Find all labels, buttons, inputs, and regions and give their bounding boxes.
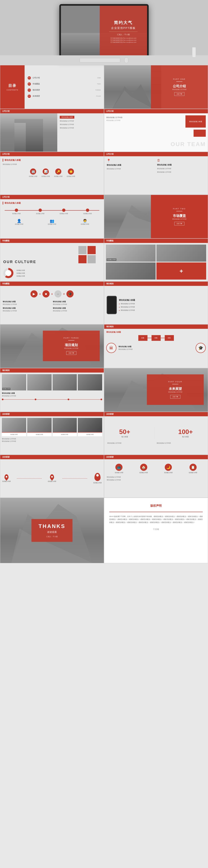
ops-icon-1: ▶ — [31, 290, 38, 298]
toc-label-1: 公司介绍 — [33, 76, 96, 79]
tl-label-3: 在此输入内容 — [60, 213, 68, 215]
slide-project-phone: 项目规划 请在此处输入标题 ● 请在此处输入文字内容 ● 请在此处输入文字内容 — [104, 281, 208, 324]
icon-item-3: 🔑 在此输入内容 — [54, 168, 63, 178]
fc-label-3: 在此输入内容 — [53, 432, 77, 436]
toc-title-en: CONTENTS — [6, 89, 18, 91]
culture-deco-3 — [88, 255, 96, 263]
intro-red-badge: 请在此处输入标题 — [60, 116, 74, 119]
pin-2 — [50, 474, 54, 479]
part-four-btn[interactable]: 点击了解 — [170, 395, 180, 399]
ops-text-2: 请在此处输入标题 请在此处输入文字内容 — [53, 301, 101, 305]
part-two-desc: 请在此处输入文字内容 — [170, 218, 188, 220]
person-2: 👥 在此输入内容 — [48, 219, 56, 225]
slide-future-icons: 未来展望 📺 在此输入内容 🏠 在此输入内容 🌙 在此输入内容 — [104, 455, 208, 498]
fi-icon-label-2: 在此输入内容 — [139, 472, 148, 474]
person-icon-1: 👤 — [15, 219, 23, 223]
future-icons-body: 📺 在此输入内容 🏠 在此输入内容 🌙 在此输入内容 📋 在此输入内容 — [104, 459, 208, 497]
company-intro-1-text: 请在此处输入标题 请在此处输入文字内容 请在此处输入文字内容 请在此处输入文字内… — [57, 113, 104, 152]
slide-header-1: 公司介绍 — [0, 109, 104, 113]
part-four-cn: 未来展望 — [169, 387, 182, 391]
tl-dot-1 — [15, 209, 18, 212]
toc-tag-1: ONE — [97, 77, 101, 79]
ci2-text: 请在此处输入文字内容 — [3, 163, 101, 165]
toc-label-4: 未来展望 — [33, 95, 95, 97]
toc-num-2: P2 — [28, 83, 31, 86]
disclaimer-logo: 千库网 — [109, 528, 203, 531]
projd-title: 请在此处输入标题 — [106, 331, 206, 334]
pin-group-3: 在此输入内容 — [93, 473, 102, 484]
row-11: THANKS 谢谢观看 汇报人：千小图 版权声明 本PPT版权属于千库网，任何个… — [0, 498, 208, 563]
person-icon-2: 👥 — [48, 219, 56, 223]
ops-plus-1: + — [39, 292, 41, 296]
icon-label-4: 在此输入内容 — [67, 176, 75, 178]
fc-card-2: 在此输入内容 — [27, 418, 51, 436]
slide-company-intro-1: 公司介绍 请在此处输入标题 请在此处输入文字内容 请在此处输入文字内容 请在此处… — [0, 109, 104, 152]
intro-text-3: 请在此处输入文字内容 — [60, 127, 102, 129]
ops-text-1: 请在此处输入标题 请在此处输入文字内容 — [3, 301, 51, 305]
rm-dot-3 — [68, 399, 69, 400]
disclaimer-content: 版权声明 本PPT版权属于千库网，任何个人或组织未经授权不得传播。感谢您的配合！… — [104, 498, 208, 563]
disclaimer-title: 版权声明 — [109, 504, 203, 508]
part-three-red-box: PART THREE 项目规划 请在此处输入文字内容 点击了解 — [43, 331, 100, 361]
fi-icon-label-1: 在此输入内容 — [115, 472, 123, 474]
icon-item-4: 🌟 在此输入内容 — [67, 168, 75, 178]
slide-project-detail: 项目规划 请在此处输入标题 标题 标题 标题 🏛 请在此处输入标题 请在此处输入… — [104, 324, 208, 368]
c-label-1: 在此输入内容 — [16, 269, 25, 272]
intro-text-2: 请在此处输入文字内容 — [60, 123, 102, 126]
tl-label-1: 在此输入内容 — [12, 213, 21, 215]
projd-icon: 🏛 — [106, 343, 116, 353]
stat-1: 50+ 输入标题 — [119, 428, 130, 438]
part-three-content: PART THREE 项目规划 请在此处输入文字内容 点击了解 — [0, 324, 104, 368]
projd-icon-row: 🏛 请在此处输入标题 请在此处输入文字内容 🎓 — [106, 343, 206, 353]
fi-icon-circle-1: 📺 — [115, 464, 123, 471]
pin-dot-3 — [96, 474, 99, 476]
row-2: 公司介绍 请在此处输入标题 请在此处输入文字内容 请在此处输入文字内容 请在此处… — [0, 109, 208, 152]
pin-3 — [95, 473, 101, 481]
part-one-line — [176, 82, 182, 82]
rm-dot-1 — [2, 399, 3, 400]
se-2: 请在此处输入文字内容 — [157, 442, 205, 444]
ops-equals: = — [63, 292, 65, 296]
part-one-red-panel: PART ONE 公司介绍 请在此处输入文字内容 点击了解 — [151, 65, 208, 108]
donut-chart — [3, 268, 13, 278]
rm-card-4 — [78, 374, 102, 391]
row-6: 市场覆盖 ▶ + ■ + – = 🎓 — [0, 281, 208, 324]
slide-part-four: PART FOUR 未来展望 请在此处输入文字内容 点击了解 — [104, 368, 208, 412]
toc-content: 目录 CONTENTS P1 公司介绍 ONE P2 市场覆盖 TWO — [0, 65, 104, 108]
keyboard — [80, 58, 120, 62]
ops-icon-circle-4: 🎓 — [66, 290, 73, 298]
fc-card-3: 在此输入内容 — [53, 418, 77, 436]
fi-icon-circle-3: 🌙 — [165, 464, 172, 471]
rm-card-3 — [53, 374, 77, 391]
ops-icon-3: – — [55, 290, 62, 298]
plus-icon: + — [180, 268, 183, 275]
loc-pin-icon: 📍 — [107, 159, 155, 162]
part-two-btn[interactable]: 点击了解 — [174, 222, 184, 225]
row-7: PART THREE 项目规划 请在此处输入文字内容 点击了解 项目规划 请在此… — [0, 324, 208, 368]
toc-num-4: P4 — [28, 95, 31, 98]
loc-title: 请在此处输入标题 — [107, 164, 155, 166]
part-two-red-panel: PART TWO 市场覆盖 请在此处输入文字内容 点击了解 — [151, 195, 208, 238]
icon-circle-1: 🏢 — [30, 168, 36, 175]
slide-disclaimer: 版权声明 本PPT版权属于千库网，任何个人或组织未经授权不得传播。感谢您的配合！… — [104, 498, 208, 563]
slide-market-culture: 市场覆盖 OUR CULTURE 在此输入内容 在此输入内容 — [0, 239, 104, 281]
our-culture-text: OUR CULTURE — [3, 260, 36, 264]
slide-stats: 未来展望 50+ 输入标题 100+ 输入标题 请在此处输入文字内容 — [104, 412, 208, 455]
toc-item-2: P2 市场覆盖 TWO — [28, 83, 101, 86]
project-phone-body: 请在此处输入标题 ● 请在此处输入文字内容 ● 请在此处输入文字内容 ● 请在此… — [104, 286, 208, 324]
pin-dot-2 — [51, 476, 53, 477]
rm-card-1: 在此输入内容 — [2, 374, 26, 391]
stats-body: 50+ 输入标题 100+ 输入标题 请在此处输入文字内容 请在此处输入文字内容 — [104, 416, 208, 455]
tl-label-4: 在此输入内容 — [83, 213, 92, 215]
stat-1-num: 50+ — [119, 428, 130, 436]
future-cards: 在此输入内容 在此输入内容 在此输入内容 在此输入内容 — [2, 418, 102, 436]
team-text-left: 请在此处输入文字内容 请在此处输入文字内容 — [106, 116, 127, 121]
c-label-3: 在此输入内容 — [16, 275, 25, 277]
slide-header-mops: 市场覆盖 — [0, 282, 104, 286]
part-three-btn[interactable]: 点击了解 — [66, 351, 76, 355]
part-one-btn[interactable]: 点击了解 — [174, 92, 184, 96]
slide-header-ci2: 公司介绍 — [0, 152, 104, 156]
tl-item-3: 在此输入内容 — [52, 209, 76, 215]
slide-part-two: PART TWO 市场覆盖 请在此处输入文字内容 点击了解 — [104, 195, 208, 239]
culture-circle — [3, 268, 13, 278]
